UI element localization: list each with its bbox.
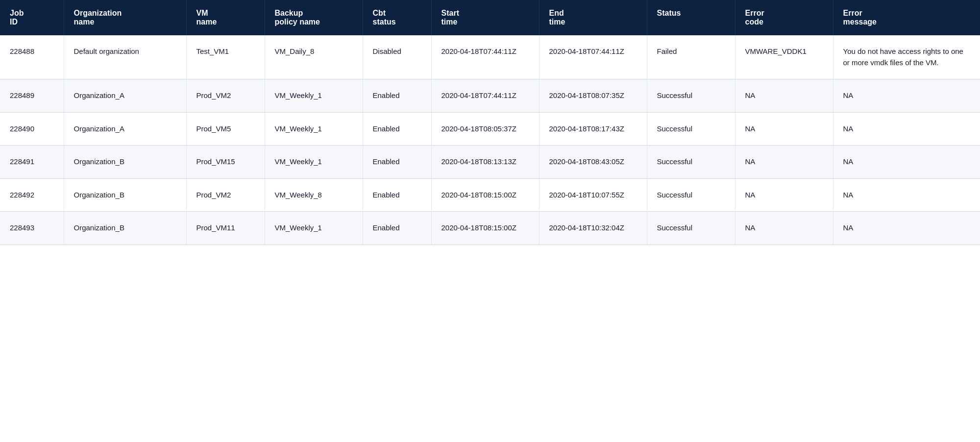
- cell-backuppol: VM_Weekly_1: [265, 146, 363, 179]
- cell-backuppol: VM_Weekly_8: [265, 178, 363, 212]
- col-header-status: Status: [647, 0, 735, 35]
- col-header-backuppol: Backuppolicy name: [265, 0, 363, 35]
- col-header-vmname: VMname: [186, 0, 265, 35]
- cell-vmname: Prod_VM2: [186, 79, 265, 113]
- cell-errorcode: NA: [735, 212, 833, 245]
- cell-cbtstatus: Enabled: [363, 146, 431, 179]
- cell-endtime: 2020-04-18T07:44:11Z: [539, 35, 647, 79]
- cell-cbtstatus: Enabled: [363, 178, 431, 212]
- col-header-starttime: Starttime: [431, 0, 539, 35]
- cell-status: Successful: [647, 112, 735, 146]
- cell-orgname: Organization_B: [64, 178, 186, 212]
- col-header-jobid: JobID: [0, 0, 64, 35]
- cell-status: Successful: [647, 178, 735, 212]
- cell-errmsg: NA: [833, 146, 980, 179]
- cell-errmsg: NA: [833, 212, 980, 245]
- cell-cbtstatus: Disabled: [363, 35, 431, 79]
- col-header-errorcode: Errorcode: [735, 0, 833, 35]
- cell-orgname: Organization_B: [64, 146, 186, 179]
- cell-cbtstatus: Enabled: [363, 79, 431, 113]
- cell-cbtstatus: Enabled: [363, 112, 431, 146]
- cell-starttime: 2020-04-18T07:44:11Z: [431, 79, 539, 113]
- cell-backuppol: VM_Weekly_1: [265, 112, 363, 146]
- cell-endtime: 2020-04-18T08:07:35Z: [539, 79, 647, 113]
- cell-errmsg: NA: [833, 79, 980, 113]
- cell-errorcode: NA: [735, 178, 833, 212]
- cell-backuppol: VM_Daily_8: [265, 35, 363, 79]
- cell-cbtstatus: Enabled: [363, 212, 431, 245]
- cell-status: Successful: [647, 212, 735, 245]
- cell-vmname: Prod_VM2: [186, 178, 265, 212]
- cell-endtime: 2020-04-18T08:17:43Z: [539, 112, 647, 146]
- col-header-errmsg: Errormessage: [833, 0, 980, 35]
- cell-errorcode: NA: [735, 112, 833, 146]
- table-row: 228488Default organizationTest_VM1VM_Dai…: [0, 35, 980, 79]
- jobs-table-container: JobIDOrganizationnameVMnameBackuppolicy …: [0, 0, 980, 442]
- cell-starttime: 2020-04-18T08:05:37Z: [431, 112, 539, 146]
- cell-backuppol: VM_Weekly_1: [265, 79, 363, 113]
- table-body: 228488Default organizationTest_VM1VM_Dai…: [0, 35, 980, 245]
- cell-vmname: Prod_VM15: [186, 146, 265, 179]
- table-row: 228489Organization_AProd_VM2VM_Weekly_1E…: [0, 79, 980, 113]
- jobs-table: JobIDOrganizationnameVMnameBackuppolicy …: [0, 0, 980, 245]
- cell-orgname: Default organization: [64, 35, 186, 79]
- cell-starttime: 2020-04-18T08:13:13Z: [431, 146, 539, 179]
- cell-starttime: 2020-04-18T08:15:00Z: [431, 178, 539, 212]
- table-row: 228492Organization_BProd_VM2VM_Weekly_8E…: [0, 178, 980, 212]
- cell-backuppol: VM_Weekly_1: [265, 212, 363, 245]
- cell-jobid: 228489: [0, 79, 64, 113]
- col-header-endtime: Endtime: [539, 0, 647, 35]
- cell-errmsg: NA: [833, 178, 980, 212]
- cell-jobid: 228491: [0, 146, 64, 179]
- cell-starttime: 2020-04-18T07:44:11Z: [431, 35, 539, 79]
- cell-vmname: Prod_VM5: [186, 112, 265, 146]
- cell-errorcode: NA: [735, 146, 833, 179]
- cell-orgname: Organization_A: [64, 79, 186, 113]
- cell-errmsg: NA: [833, 112, 980, 146]
- cell-endtime: 2020-04-18T10:07:55Z: [539, 178, 647, 212]
- cell-errmsg: You do not have access rights to one or …: [833, 35, 980, 79]
- cell-jobid: 228488: [0, 35, 64, 79]
- cell-jobid: 228493: [0, 212, 64, 245]
- cell-endtime: 2020-04-18T08:43:05Z: [539, 146, 647, 179]
- cell-starttime: 2020-04-18T08:15:00Z: [431, 212, 539, 245]
- cell-errorcode: NA: [735, 79, 833, 113]
- cell-vmname: Prod_VM11: [186, 212, 265, 245]
- table-row: 228493Organization_BProd_VM11VM_Weekly_1…: [0, 212, 980, 245]
- cell-status: Successful: [647, 79, 735, 113]
- cell-status: Failed: [647, 35, 735, 79]
- cell-orgname: Organization_B: [64, 212, 186, 245]
- table-header-row: JobIDOrganizationnameVMnameBackuppolicy …: [0, 0, 980, 35]
- table-row: 228490Organization_AProd_VM5VM_Weekly_1E…: [0, 112, 980, 146]
- col-header-cbtstatus: Cbtstatus: [363, 0, 431, 35]
- cell-jobid: 228490: [0, 112, 64, 146]
- cell-errorcode: VMWARE_VDDK1: [735, 35, 833, 79]
- cell-orgname: Organization_A: [64, 112, 186, 146]
- cell-jobid: 228492: [0, 178, 64, 212]
- table-row: 228491Organization_BProd_VM15VM_Weekly_1…: [0, 146, 980, 179]
- cell-status: Successful: [647, 146, 735, 179]
- cell-vmname: Test_VM1: [186, 35, 265, 79]
- cell-endtime: 2020-04-18T10:32:04Z: [539, 212, 647, 245]
- col-header-orgname: Organizationname: [64, 0, 186, 35]
